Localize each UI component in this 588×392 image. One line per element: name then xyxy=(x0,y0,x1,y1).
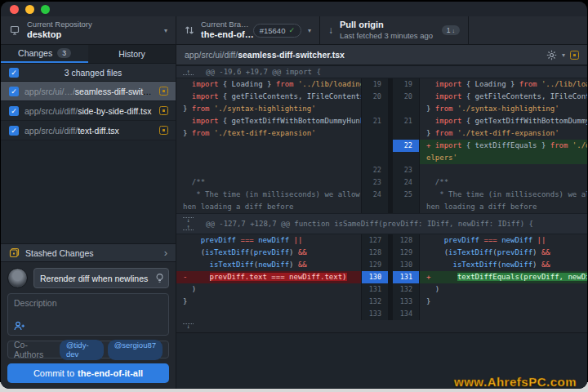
close-window-button[interactable] xyxy=(10,5,19,14)
line-number-right[interactable] xyxy=(393,103,420,115)
diff-code-left[interactable]: isTextDiff(newDiff) && xyxy=(176,259,361,271)
file-checkbox[interactable]: ✓ xyxy=(9,126,19,136)
tab-history[interactable]: History xyxy=(88,45,176,63)
expand-down-icon[interactable]: ↓ xyxy=(183,323,194,329)
minimize-window-button[interactable] xyxy=(25,5,34,14)
stashed-changes-row[interactable]: Stashed Changes › xyxy=(1,243,176,262)
line-number-right[interactable]: 24 xyxy=(393,176,420,189)
diff-code-right[interactable]: } from './text-diff-expansion' xyxy=(420,127,587,140)
line-number-right[interactable]: 23 xyxy=(393,164,420,176)
diff-line[interactable]: 133134 xyxy=(176,308,587,320)
diff-code-right[interactable]: ) xyxy=(420,283,587,296)
diff-line[interactable]: prevDiff === newDiff ||127128 prevDiff =… xyxy=(176,234,587,247)
diff-code-left[interactable] xyxy=(176,164,361,176)
diff-code-left[interactable]: } from './syntax-highlighting' xyxy=(176,103,361,115)
diff-line[interactable]: isTextDiff(newDiff) &&129130 isTextDiff(… xyxy=(176,259,587,271)
diff-code-left[interactable]: - prevDiff.text === newDiff.text) xyxy=(176,271,361,283)
expand-up-icon[interactable]: ↑ xyxy=(183,69,194,75)
line-number-left[interactable]: 19 xyxy=(361,78,388,91)
diff-code-right[interactable]: * The time (in milliseconds) we allow w xyxy=(420,189,587,201)
diff-line[interactable]: } from './text-diff-expansion'} from './… xyxy=(176,127,587,140)
diff-line[interactable]: } from './syntax-highlighting'} from './… xyxy=(176,103,587,115)
diff-code-left[interactable] xyxy=(176,308,361,320)
diff-code-left[interactable]: * The time (in milliseconds) we allow w xyxy=(176,189,361,201)
diff-line[interactable]: - prevDiff.text === newDiff.text)130131+… xyxy=(176,271,587,283)
line-number-right[interactable]: 21 xyxy=(393,115,420,127)
diff-code-right[interactable]: import { getFileContents, IFileContents xyxy=(420,91,587,103)
expand-up-icon[interactable]: ↑ xyxy=(183,225,194,230)
diff-code-left[interactable]: prevDiff === newDiff || xyxy=(176,234,361,247)
line-number-left[interactable]: 23 xyxy=(361,176,388,189)
line-number-right[interactable] xyxy=(393,152,420,164)
diff-code-right[interactable]: hen loading a diff before xyxy=(420,201,587,213)
line-number-left[interactable]: 22 xyxy=(361,164,388,176)
line-number-right[interactable]: 20 xyxy=(393,91,420,103)
file-checkbox[interactable]: ✓ xyxy=(9,87,19,96)
line-number-right[interactable]: 132 xyxy=(393,283,420,296)
diff-line[interactable]: import { getTextDiffWithBottomDummyHunk2… xyxy=(176,115,587,127)
line-number-right[interactable] xyxy=(393,127,420,140)
commit-summary-input[interactable] xyxy=(33,268,169,288)
diff-code-right[interactable]: } xyxy=(420,296,587,308)
line-number-left[interactable]: 127 xyxy=(361,234,388,247)
commit-description-input[interactable]: Description xyxy=(7,293,169,336)
diff-code-left[interactable]: (isTextDiff(prevDiff) && xyxy=(176,247,361,259)
diff-line[interactable]: hen loading a diff beforehen loading a d… xyxy=(176,201,587,213)
diff-code-left[interactable]: } from './text-diff-expansion' xyxy=(176,127,361,140)
line-number-right[interactable]: 131 xyxy=(393,271,420,283)
line-number-right[interactable]: 134 xyxy=(393,308,420,320)
diff-code-right[interactable]: + import { textDiffEquals } from './diff… xyxy=(420,140,587,152)
diff-line[interactable]: elpers' xyxy=(176,152,587,164)
diff-line[interactable]: }132133} xyxy=(176,296,587,308)
file-row[interactable]: ✓app/src/ui/…/seamless-diff-switcher.tsx xyxy=(1,82,176,101)
line-number-left[interactable]: 129 xyxy=(361,259,388,271)
line-number-right[interactable]: 19 xyxy=(393,78,420,91)
diff-line[interactable]: 2223 xyxy=(176,164,587,176)
diff-code-left[interactable]: import { getTextDiffWithBottomDummyHunk xyxy=(176,115,361,127)
tab-changes[interactable]: Changes 3 xyxy=(1,45,88,63)
diff-line[interactable]: import { Loading } from '../lib/loading'… xyxy=(176,78,587,91)
diff-line[interactable]: * The time (in milliseconds) we allow w2… xyxy=(176,189,587,201)
diff-line[interactable]: import { getFileContents, IFileContents2… xyxy=(176,91,587,103)
diff-code-left[interactable]: import { Loading } from '../lib/loading' xyxy=(176,78,361,91)
file-checkbox[interactable]: ✓ xyxy=(9,106,19,116)
line-number-left[interactable] xyxy=(361,152,388,164)
line-number-left[interactable] xyxy=(361,103,388,115)
diff-line[interactable]: (isTextDiff(prevDiff) &&128129 (isTextDi… xyxy=(176,247,587,259)
line-number-right[interactable]: 25 xyxy=(393,189,420,201)
current-branch-button[interactable]: Current Bra… the-end-of… #15640 ✓ ▾ xyxy=(176,16,320,44)
line-number-left[interactable]: 133 xyxy=(361,308,388,320)
diff-code-right[interactable]: isTextDiff(newDiff) && xyxy=(420,259,587,271)
line-number-left[interactable] xyxy=(361,140,388,152)
diff-line[interactable]: 22+ import { textDiffEquals } from './di… xyxy=(176,140,587,152)
line-number-left[interactable] xyxy=(361,127,388,140)
file-row[interactable]: ✓app/src/ui/diff/side-by-side-diff.tsx xyxy=(1,101,176,121)
diff-code-right[interactable]: (isTextDiff(prevDiff) && xyxy=(420,247,587,259)
line-number-left[interactable]: 128 xyxy=(361,247,388,259)
coauthor-pill[interactable]: @tidy-dev xyxy=(60,340,104,360)
expand-down-icon[interactable]: ↓ xyxy=(183,217,194,223)
pull-origin-button[interactable]: ↓ Pull origin Last fetched 3 minutes ago… xyxy=(320,16,469,44)
diff-code-left[interactable]: /** xyxy=(176,176,361,189)
diff-code-right[interactable]: import { getTextDiffWithBottomDummyHunk xyxy=(420,115,587,127)
diff-code-left[interactable] xyxy=(176,140,361,152)
diff-line[interactable]: /**2324 /** xyxy=(176,176,587,189)
diff-code-right[interactable]: import { Loading } from '../lib/loading' xyxy=(420,78,587,91)
line-number-right[interactable]: 22 xyxy=(393,140,420,152)
diff-code-right[interactable]: + textDiffEquals(prevDiff, newDiff)) xyxy=(420,271,587,283)
commit-button[interactable]: Commit to the-end-of-it-all xyxy=(7,363,169,383)
diff-code-right[interactable] xyxy=(420,164,587,176)
chevron-down-icon[interactable]: ▾ xyxy=(562,51,565,59)
diff-options-gear-icon[interactable] xyxy=(546,50,557,60)
diff-line[interactable]: )131132 ) xyxy=(176,283,587,296)
line-number-right[interactable]: 133 xyxy=(393,296,420,308)
maximize-window-button[interactable] xyxy=(41,5,50,14)
line-number-left[interactable]: 132 xyxy=(361,296,388,308)
current-repository-button[interactable]: Current Repository desktop ▾ xyxy=(1,16,176,44)
add-coauthor-icon[interactable] xyxy=(14,321,25,331)
diff-code-left[interactable] xyxy=(176,152,361,164)
line-number-left[interactable]: 21 xyxy=(361,115,388,127)
line-number-left[interactable]: 131 xyxy=(361,283,388,296)
diff-code-left[interactable]: import { getFileContents, IFileContents xyxy=(176,91,361,103)
line-number-left[interactable] xyxy=(361,201,388,213)
